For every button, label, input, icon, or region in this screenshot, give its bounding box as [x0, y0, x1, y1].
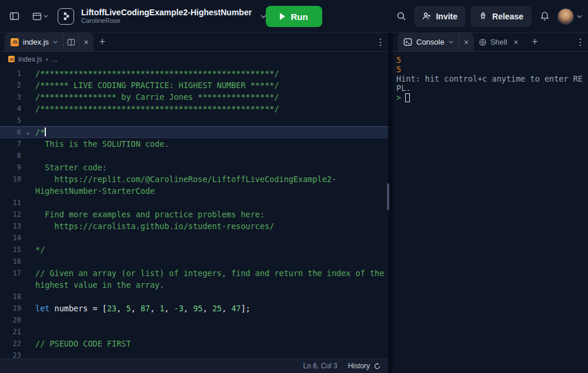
code-line[interactable]: 23 [0, 350, 388, 358]
code-line[interactable]: highest value in the array. [0, 279, 388, 291]
line-number[interactable]: 20 [0, 314, 21, 326]
chevron-down-icon[interactable] [53, 41, 58, 43]
line-number[interactable]: 23 [0, 350, 21, 358]
code-text: */ [35, 244, 45, 256]
code-line[interactable]: 13 https://carolista.github.io/student-r… [0, 220, 388, 232]
project-title: LiftoffLiveCodingExample2-HighestNumber [81, 8, 252, 17]
tab-shell[interactable]: Shell × [474, 33, 526, 51]
code-line[interactable]: 12 Find more examples and practice probl… [0, 209, 388, 220]
line-number[interactable]: 19 [0, 303, 21, 314]
code-line[interactable]: 19let numbers = [23, 5, 87, 1, -3, 95, 2… [0, 303, 388, 314]
code-line[interactable]: 7 This is the SOLUTION code. [0, 138, 388, 150]
workspace-nav-button[interactable] [28, 8, 52, 25]
sidebar-toggle-button[interactable] [6, 8, 22, 25]
code-line[interactable]: 17// Given an array (or list) of integer… [0, 267, 388, 279]
gutter-spacer [21, 173, 35, 185]
code-line[interactable]: 4/**************************************… [0, 103, 388, 115]
close-console-tab-button[interactable]: × [459, 33, 474, 51]
code-line[interactable]: 11 [0, 197, 388, 209]
code-line[interactable]: 9 Starter code: [0, 162, 388, 173]
line-number[interactable]: 15 [0, 244, 21, 256]
code-line[interactable]: HighestNumber-StarterCode [0, 185, 388, 197]
run-button-label: Run [290, 12, 308, 22]
invite-button[interactable]: Invite [414, 6, 466, 27]
cursor-position[interactable]: Ln 6, Col 3 [303, 362, 338, 370]
split-pane-button[interactable] [63, 33, 78, 51]
code-line[interactable]: 8 [0, 150, 388, 162]
panel-left-icon [9, 11, 19, 21]
gutter-spacer [21, 279, 35, 291]
history-button[interactable]: History [348, 362, 381, 370]
console-prompt-line[interactable]: > [396, 93, 588, 102]
line-number[interactable]: 2 [0, 79, 21, 91]
code-line[interactable]: 3/**************** by Carrie Jones *****… [0, 91, 388, 103]
search-button[interactable] [393, 8, 409, 25]
release-button[interactable]: Release [470, 6, 532, 27]
console-tab-strip: Console × Shell × + ⋮ [393, 33, 588, 52]
line-number[interactable]: 18 [0, 291, 21, 303]
code-line[interactable]: 14 [0, 232, 388, 244]
gutter-spacer [21, 338, 35, 350]
gutter-spacer [21, 256, 35, 267]
add-tab-button[interactable]: + [93, 33, 111, 51]
code-line[interactable]: 21 [0, 326, 388, 338]
text-cursor [45, 127, 46, 136]
code-line[interactable]: 2/****** LIVE CODING PRACTICE: HIGHEST N… [0, 79, 388, 91]
line-number[interactable]: 12 [0, 209, 21, 220]
line-number[interactable]: 10 [0, 173, 21, 185]
panel-resize-handle[interactable] [387, 183, 389, 210]
line-number[interactable]: 17 [0, 267, 21, 279]
gutter-spacer [21, 115, 35, 126]
code-line[interactable]: 20 [0, 314, 388, 326]
console-more-menu-button[interactable]: ⋮ [573, 33, 588, 51]
project-info[interactable]: LiftoffLiveCodingExample2-HighestNumber … [81, 8, 252, 25]
notifications-button[interactable] [536, 8, 553, 25]
gutter-spacer [21, 103, 35, 115]
line-number[interactable]: 16 [0, 256, 21, 267]
gutter-spacer [21, 244, 35, 256]
line-number[interactable]: 8 [0, 150, 21, 162]
breadcrumb[interactable]: JS index.js › ... [0, 52, 388, 66]
code-text: /***************************************… [35, 68, 279, 79]
console-output-area[interactable]: 55Hint: hit control+c anytime to enter R… [393, 52, 588, 373]
line-number [0, 279, 21, 291]
editor-more-menu-button[interactable]: ⋮ [373, 33, 388, 51]
line-number[interactable]: 1 [0, 68, 21, 79]
line-number [0, 185, 21, 197]
prompt-icon: > [396, 93, 401, 102]
code-editor[interactable]: 1/**************************************… [0, 66, 388, 358]
line-number[interactable]: 13 [0, 220, 21, 232]
code-line[interactable]: 15*/ [0, 244, 388, 256]
run-button[interactable]: Run [266, 6, 322, 27]
code-line[interactable]: 6⌄/* [0, 126, 388, 138]
close-shell-tab-button[interactable]: × [511, 38, 522, 47]
line-number[interactable]: 9 [0, 162, 21, 173]
line-number[interactable]: 22 [0, 338, 21, 350]
line-number[interactable]: 21 [0, 326, 21, 338]
gutter-spacer [21, 326, 35, 338]
line-number[interactable]: 4 [0, 103, 21, 115]
code-line[interactable]: 18 [0, 291, 388, 303]
tab-console[interactable]: Console [397, 33, 459, 51]
close-tab-button[interactable]: × [78, 33, 93, 51]
code-line[interactable]: 5 [0, 115, 388, 126]
line-number[interactable]: 5 [0, 115, 21, 126]
tab-index-js[interactable]: JS index.js [5, 33, 63, 51]
add-pane-button[interactable]: + [526, 33, 544, 51]
line-number[interactable]: 3 [0, 91, 21, 103]
line-number[interactable]: 7 [0, 138, 21, 150]
account-menu[interactable] [557, 8, 582, 25]
code-line[interactable]: 1/**************************************… [0, 68, 388, 79]
play-icon [280, 13, 285, 20]
line-number[interactable]: 14 [0, 232, 21, 244]
line-number[interactable]: 11 [0, 197, 21, 209]
bell-icon [540, 11, 550, 21]
line-number[interactable]: 6 [0, 126, 21, 138]
chevron-down-icon[interactable] [449, 41, 453, 43]
fold-chevron-icon[interactable]: ⌄ [21, 126, 35, 138]
code-line[interactable]: 22// PSEUDO CODE FIRST [0, 338, 388, 350]
code-line[interactable]: 10 https://replit.com/@CarolineRose/Lift… [0, 173, 388, 185]
replit-logo[interactable] [58, 8, 74, 25]
code-line[interactable]: 16 [0, 256, 388, 267]
code-text: // Given an array (or list) of integers,… [35, 267, 384, 279]
